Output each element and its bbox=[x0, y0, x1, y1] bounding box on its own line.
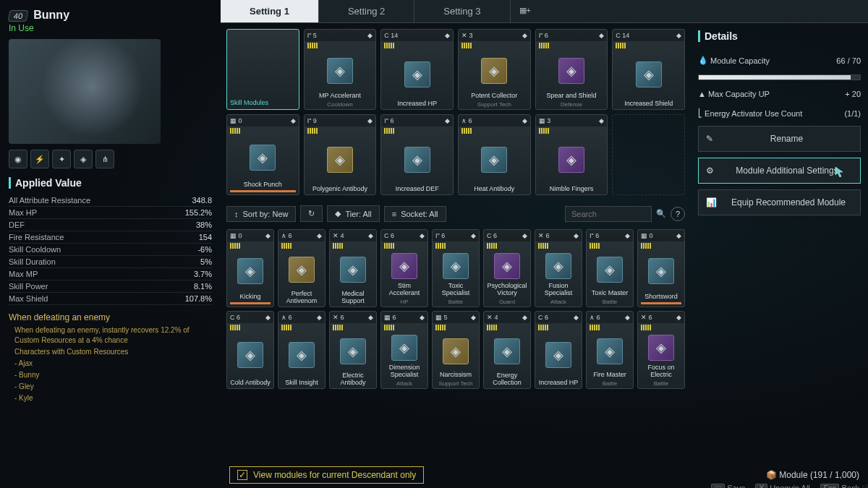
chart-icon: 📊 bbox=[706, 197, 717, 207]
module-card[interactable]: ▦ 3◆◈Nimble Fingers bbox=[535, 114, 608, 195]
capacity-bar bbox=[698, 74, 861, 80]
stat-row: Skill Duration5% bbox=[9, 256, 212, 268]
sort-button[interactable]: ↕ Sort by: New bbox=[226, 206, 296, 222]
unequip-action[interactable]: X Unequip All bbox=[755, 484, 809, 489]
skill-icon[interactable]: ⚡ bbox=[30, 150, 49, 168]
character-panel: 40 Bunny In Use ◉ ⚡ ✦ ◈ ⋔ Applied Value … bbox=[0, 0, 221, 488]
tier-filter[interactable]: ◆ Tier: All bbox=[327, 205, 379, 222]
module-card[interactable]: ▦ 5◆◈NarcissismSupport Tech bbox=[432, 311, 480, 389]
stat-row: Max MP3.7% bbox=[9, 268, 212, 281]
max-capacity-row: ▲ Max Capacity UP + 20 bbox=[698, 87, 861, 100]
up-icon: ▲ bbox=[698, 90, 706, 98]
character-level: 40 bbox=[8, 10, 29, 22]
module-card[interactable]: C 6◆◈Stim AccelerantHP bbox=[380, 229, 428, 307]
character-name: Bunny bbox=[33, 9, 69, 22]
add-setting-button[interactable]: ▦+ bbox=[511, 0, 540, 22]
module-capacity-row: 💧 Module Capacity 66 / 70 bbox=[698, 53, 861, 67]
stat-row: Skill Power8.1% bbox=[9, 281, 212, 293]
settings-tabs: Setting 1Setting 2Setting 3 ▦+ bbox=[221, 0, 868, 23]
stat-row: Fire Resistance154 bbox=[9, 231, 212, 244]
module-card[interactable]: I" 6◆◈Toxic MasterBattle bbox=[586, 229, 634, 307]
bracket-icon: ⎣ bbox=[698, 108, 702, 118]
help-button[interactable]: ? bbox=[671, 207, 685, 221]
module-additional-settings-button[interactable]: ⚙Module Additional Settings bbox=[698, 158, 861, 184]
skill-icons-row: ◉ ⚡ ✦ ◈ ⋔ bbox=[9, 150, 212, 168]
module-card[interactable]: I" 6◆◈Increased DEF bbox=[380, 114, 454, 195]
equipped-modules-grid: Skill ModulesI" 5◆◈MP AccelerantCooldown… bbox=[226, 29, 685, 195]
inventory-grid: ▦ 0◆◈Kicking∧ 6◆◈Perfect Antivenom✕ 4◆◈x… bbox=[226, 229, 685, 389]
effect-title: When defeating an enemy bbox=[9, 312, 212, 322]
module-card[interactable]: C 6◆◈Increased HP bbox=[535, 311, 582, 389]
stat-row: Skill Cooldown-6% bbox=[9, 244, 212, 256]
stat-row: Max HP155.2% bbox=[9, 207, 212, 219]
rename-button[interactable]: ✎Rename bbox=[698, 126, 861, 152]
edit-icon: ✎ bbox=[706, 134, 713, 144]
character-portrait bbox=[9, 39, 161, 144]
module-card[interactable]: ∧ 6◆◈Perfect Antivenom bbox=[278, 229, 326, 307]
descendant-only-checkbox[interactable]: ✓ View modules for current Descendant on… bbox=[229, 466, 424, 484]
tab-setting-1[interactable]: Setting 1 bbox=[221, 0, 319, 22]
module-card[interactable]: ✕ 4◆◈Energy Collection bbox=[483, 311, 531, 389]
gear-icon: ⚙ bbox=[706, 166, 714, 176]
module-card[interactable]: ▦ 0◆◈Kicking bbox=[226, 229, 274, 307]
module-card[interactable]: ✕ 6◆◈Focus on ElectricBattle bbox=[637, 311, 685, 389]
module-card[interactable]: Skill Modules bbox=[226, 29, 299, 110]
skill-icon[interactable]: ◉ bbox=[9, 150, 27, 168]
applied-value-title: Applied Value bbox=[9, 177, 212, 189]
module-card[interactable]: C 14◆◈Increased Shield bbox=[612, 29, 685, 110]
stat-row: All Attribute Resistance348.8 bbox=[9, 194, 212, 207]
module-card[interactable]: ∧ 6◆◈Heat Antibody bbox=[458, 114, 531, 195]
tab-setting-2[interactable]: Setting 2 bbox=[319, 0, 414, 22]
module-card[interactable] bbox=[612, 114, 685, 195]
stat-row: Max Shield107.8% bbox=[9, 293, 212, 305]
module-card[interactable]: C 6◆◈Psychological VictoryGuard bbox=[483, 229, 531, 307]
module-card[interactable]: ▦ 6◆◈Dimension SpecialistAttack bbox=[380, 311, 428, 389]
filter-bar: ↕ Sort by: New ↻ ◆ Tier: All ≡ Socket: A… bbox=[226, 202, 685, 225]
module-card[interactable]: ∧ 6◆◈Fire MasterBattle bbox=[586, 311, 634, 389]
module-card[interactable]: ✕ 6◆◈Fusion SpecialistAttack bbox=[535, 229, 582, 307]
back-action[interactable]: Esc Back bbox=[820, 484, 859, 489]
skill-icon[interactable]: ⋔ bbox=[95, 150, 114, 168]
module-card[interactable]: ▦ 0◆◈Shortsword bbox=[637, 229, 685, 307]
socket-filter[interactable]: ≡ Socket: All bbox=[384, 206, 446, 222]
module-card[interactable]: ✕ 4◆◈x4Medical Support bbox=[329, 229, 377, 307]
details-title: Details bbox=[698, 30, 861, 42]
activator-row: ⎣ Energy Activator Use Count (1/1) bbox=[698, 106, 861, 120]
module-card[interactable]: ✕ 6◆◈Electric Antibody bbox=[329, 311, 377, 389]
footer-actions: ⬚ Save X Unequip All Esc Back bbox=[711, 474, 859, 488]
module-card[interactable]: I" 9◆◈Polygenic Antibody bbox=[304, 114, 377, 195]
details-panel: Details 💧 Module Capacity 66 / 70 ▲ Max … bbox=[691, 23, 868, 488]
module-card[interactable]: C 6◆◈x3Cold Antibody bbox=[226, 311, 274, 389]
module-card[interactable]: I" 6◆◈Spear and ShieldDefense bbox=[535, 29, 608, 110]
equip-recommended-button[interactable]: 📊Equip Recommended Module bbox=[698, 189, 861, 215]
stats-list: All Attribute Resistance348.8Max HP155.2… bbox=[9, 194, 212, 305]
droplet-icon: 💧 bbox=[698, 56, 708, 65]
search-icon[interactable]: 🔍 bbox=[656, 209, 666, 218]
skill-icon[interactable]: ◈ bbox=[74, 150, 93, 168]
save-action[interactable]: ⬚ Save bbox=[711, 484, 745, 489]
skill-icon[interactable]: ✦ bbox=[52, 150, 71, 168]
module-card[interactable]: I" 5◆◈MP AccelerantCooldown bbox=[304, 29, 377, 110]
module-card[interactable]: ▦ 0◆◈Shock Punch bbox=[226, 114, 299, 195]
effect-text: When defeating an enemy, instantly recov… bbox=[9, 325, 212, 403]
stat-row: DEF38% bbox=[9, 219, 212, 231]
tab-setting-3[interactable]: Setting 3 bbox=[414, 0, 510, 22]
search-input[interactable] bbox=[565, 206, 652, 222]
module-card[interactable]: I" 6◆◈x2Toxic SpecialistBattle bbox=[432, 229, 480, 307]
module-card[interactable]: ∧ 6◆◈Skill Insight bbox=[278, 311, 326, 389]
refresh-button[interactable]: ↻ bbox=[300, 205, 323, 222]
status-badge: In Use bbox=[9, 23, 212, 33]
module-card[interactable]: ✕ 3◆◈Potent CollectorSupport Tech bbox=[458, 29, 531, 110]
module-card[interactable]: C 14◆◈Increased HP bbox=[380, 29, 454, 110]
